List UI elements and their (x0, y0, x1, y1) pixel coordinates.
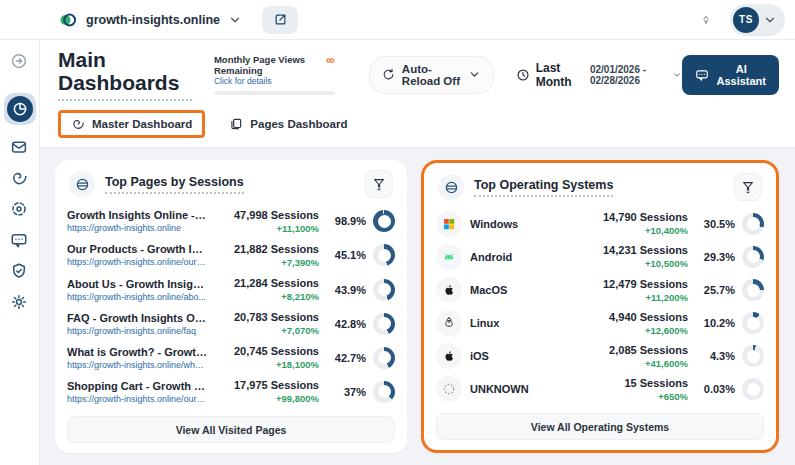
tab-pages-dashboard[interactable]: Pages Dashboard (217, 111, 359, 137)
progress-donut (373, 347, 395, 369)
sessions-value: 2,085 Sessions (584, 344, 688, 356)
row-url-link[interactable]: https://growth-insights.online/wha... (67, 360, 207, 370)
open-site-button[interactable] (262, 6, 298, 34)
sidebar-item-analytics-pie[interactable] (4, 93, 36, 125)
delta-badge: +11,200% (584, 292, 688, 303)
tab-master-dashboard[interactable]: Master Dashboard (58, 110, 205, 138)
percent-value: 42.8% (335, 318, 366, 330)
dashboard-tabs: Master Dashboard Pages Dashboard (58, 110, 779, 147)
pages-icon (229, 117, 243, 131)
row-url-link[interactable]: https://growth-insights.online/abo... (67, 292, 207, 302)
user-menu[interactable]: TS (730, 4, 785, 36)
percent-value: 42.7% (335, 352, 366, 364)
row-title: Growth Insights Online - Growth I... (67, 209, 207, 221)
sessions-value: 20,745 Sessions (215, 345, 319, 357)
chat-icon (10, 231, 30, 251)
percent-value: 25.7% (704, 284, 735, 296)
row-title: Windows (470, 218, 576, 230)
quota-widget[interactable]: Monthly Page Views Remaining Click for d… (214, 54, 335, 96)
sessions-value: 4,940 Sessions (584, 311, 688, 323)
table-row[interactable]: UNKNOWN 15 Sessions +650% 0.03% (436, 373, 764, 406)
quota-details-link[interactable]: Click for details (214, 76, 326, 86)
settings-icon (10, 293, 30, 313)
table-icon (438, 174, 464, 200)
apple-icon (436, 277, 462, 303)
row-title: Shopping Cart - Growth Insights ... (67, 380, 207, 392)
sidebar-item-spiral[interactable] (10, 169, 30, 189)
delta-badge: +11,100% (215, 223, 319, 234)
delta-badge: +7,390% (215, 257, 319, 268)
chevron-down-icon (672, 70, 682, 80)
row-title: FAQ - Growth Insights Online (67, 312, 207, 324)
sidebar-item-collapse-arrow[interactable] (10, 52, 30, 72)
sidebar-item-target[interactable] (10, 200, 30, 220)
sidebar-item-shield[interactable] (10, 262, 30, 282)
table-row[interactable]: iOS 2,085 Sessions +41,600% 4.3% (436, 340, 764, 373)
linux-icon (436, 310, 462, 336)
delta-badge: +8,210% (215, 291, 319, 302)
table-row[interactable]: Android 14,231 Sessions +10,500% 29.3% (436, 240, 764, 273)
quota-value: ∞ (326, 54, 335, 66)
site-selector[interactable]: growth-insights.online (86, 13, 220, 27)
progress-donut (742, 213, 764, 235)
site-logo-icon (58, 10, 78, 30)
target-icon (10, 200, 30, 220)
row-url-link[interactable]: https://growth-insights.online/faq (67, 326, 207, 336)
lightbulb-icon (702, 16, 710, 24)
delta-badge: +10,500% (584, 258, 688, 269)
sidebar-item-settings[interactable] (10, 293, 30, 313)
delta-badge: +10,400% (584, 225, 688, 236)
filter-button[interactable] (734, 173, 762, 201)
top-operating-systems-card: Top Operating Systems Windows 14,790 Ses… (421, 160, 779, 453)
sessions-value: 47,998 Sessions (215, 209, 319, 221)
row-url-link[interactable]: https://growth-insights.online/our-... (67, 257, 207, 267)
dashboard-screen: growth-insights.online TS Main Dashboard… (0, 0, 795, 465)
table-row[interactable]: Shopping Cart - Growth Insights ... http… (67, 375, 395, 409)
sessions-value: 21,882 Sessions (215, 243, 319, 255)
spiral-icon (10, 169, 30, 189)
row-title: About Us - Growth Insights Online (67, 278, 207, 290)
auto-reload-dropdown[interactable]: Auto-Reload Off (369, 56, 494, 94)
table-row[interactable]: Growth Insights Online - Growth I... htt… (67, 204, 395, 238)
topbar: growth-insights.online TS (0, 0, 795, 40)
table-row[interactable]: Linux 4,940 Sessions +12,600% 10.2% (436, 307, 764, 340)
top-pages-card: Top Pages by Sessions Growth Insights On… (55, 160, 407, 453)
filter-button[interactable] (365, 170, 393, 198)
delta-badge: +41,600% (584, 358, 688, 369)
table-row[interactable]: Windows 14,790 Sessions +10,400% 30.5% (436, 207, 764, 240)
tips-button[interactable] (696, 10, 716, 30)
sessions-value: 15 Sessions (584, 377, 688, 389)
sessions-value: 14,790 Sessions (584, 211, 688, 223)
ai-assistant-button[interactable]: AI Assistant (682, 55, 779, 95)
percent-value: 45.1% (335, 249, 366, 261)
progress-donut (742, 378, 764, 400)
card-title: Top Pages by Sessions (105, 175, 244, 194)
view-all-pages-button[interactable]: View All Visited Pages (67, 416, 395, 443)
table-row[interactable]: About Us - Growth Insights Online https:… (67, 272, 395, 306)
table-row[interactable]: Our Products - Growth Insights O... http… (67, 238, 395, 272)
unknown-icon (436, 376, 462, 402)
refresh-icon (382, 68, 395, 81)
progress-donut (373, 313, 395, 335)
sidebar-item-inbox[interactable] (10, 138, 30, 158)
chevron-down-icon (468, 68, 481, 82)
chevron-down-icon[interactable] (228, 13, 242, 27)
spiral-icon (71, 117, 85, 131)
date-range-picker[interactable]: 02/01/2026 - 02/28/2026 (590, 64, 683, 86)
progress-donut (742, 279, 764, 301)
sessions-value: 20,783 Sessions (215, 311, 319, 323)
row-url-link[interactable]: https://growth-insights.online/our-... (67, 394, 207, 404)
sidebar-item-chat[interactable] (10, 231, 30, 251)
table-row[interactable]: MacOS 12,479 Sessions +11,200% 25.7% (436, 273, 764, 306)
row-url-link[interactable]: https://growth-insights.online (67, 223, 207, 233)
row-title: MacOS (470, 284, 576, 296)
progress-donut (742, 345, 764, 367)
funnel-icon (372, 177, 386, 191)
delta-badge: +7,070% (215, 325, 319, 336)
row-title: What is Growth? - Growth Insight... (67, 346, 207, 358)
external-link-icon (273, 12, 288, 27)
view-all-os-button[interactable]: View All Operating Systems (436, 413, 764, 440)
percent-value: 43.9% (335, 284, 366, 296)
table-row[interactable]: FAQ - Growth Insights Online https://gro… (67, 307, 395, 341)
table-row[interactable]: What is Growth? - Growth Insight... http… (67, 341, 395, 375)
